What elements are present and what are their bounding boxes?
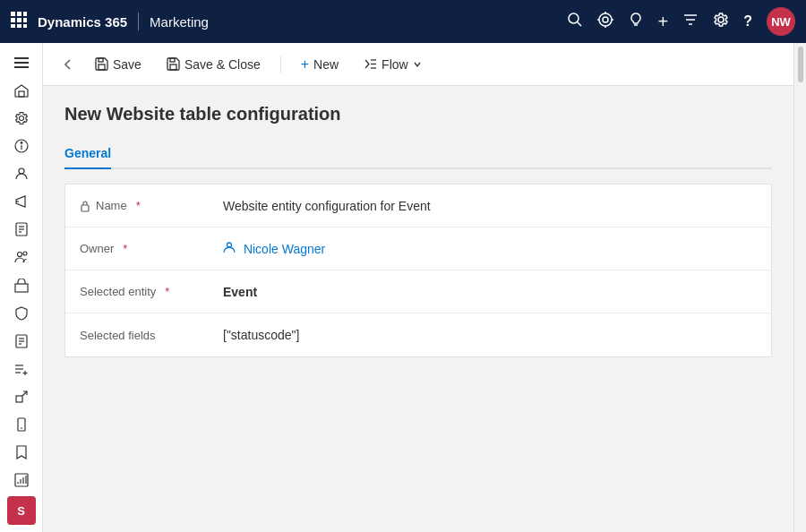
required-indicator: * (165, 285, 169, 298)
svg-rect-3 (11, 18, 15, 22)
required-indicator: * (123, 242, 127, 255)
svg-rect-2 (23, 12, 27, 16)
sidebar-item-export[interactable] (4, 385, 39, 409)
tab-navigation: General (64, 139, 772, 169)
sidebar: S (0, 43, 43, 532)
svg-rect-5 (23, 18, 27, 22)
svg-point-36 (23, 252, 27, 255)
sidebar-item-menu[interactable] (4, 50, 39, 74)
sidebar-item-mobile[interactable] (4, 413, 39, 437)
flow-icon (364, 57, 377, 71)
sidebar-user-avatar[interactable]: S (7, 496, 36, 525)
owner-label: Owner * (80, 242, 223, 255)
svg-point-12 (603, 17, 608, 22)
svg-rect-8 (23, 24, 27, 28)
name-value[interactable]: Website entity configuration for Event (223, 199, 757, 213)
form-row-owner: Owner * Nicole Wagner (65, 227, 771, 270)
selected-fields-label: Selected fields (80, 329, 223, 342)
target-icon[interactable] (597, 12, 613, 32)
svg-point-11 (599, 13, 612, 26)
svg-point-21 (718, 17, 724, 22)
svg-point-35 (17, 253, 21, 257)
filter-icon[interactable] (682, 12, 699, 32)
svg-rect-58 (170, 58, 175, 62)
svg-point-30 (19, 168, 24, 174)
back-button[interactable] (57, 54, 79, 75)
svg-rect-23 (14, 62, 29, 64)
page-content: New Website table configuration General … (43, 86, 793, 532)
waffle-icon[interactable] (11, 12, 27, 32)
sidebar-item-documents[interactable] (4, 329, 39, 353)
sidebar-item-reports[interactable] (4, 468, 39, 493)
sidebar-item-list-add[interactable] (4, 356, 39, 381)
sidebar-item-home[interactable] (4, 78, 39, 102)
save-button[interactable]: Save (86, 52, 150, 77)
selected-fields-value[interactable]: ["statuscode"] (223, 328, 757, 342)
svg-rect-0 (11, 12, 15, 16)
bulb-icon[interactable] (628, 12, 644, 32)
svg-line-10 (577, 21, 581, 26)
sidebar-item-info[interactable] (4, 133, 39, 158)
svg-rect-4 (17, 18, 21, 22)
svg-rect-57 (170, 64, 176, 70)
search-icon[interactable] (567, 12, 583, 32)
svg-point-63 (227, 243, 232, 247)
name-label: Name * (80, 199, 223, 212)
new-plus-icon: + (301, 56, 309, 73)
owner-value[interactable]: Nicole Wagner (223, 241, 757, 256)
scrollbar[interactable] (793, 43, 806, 532)
svg-rect-56 (99, 58, 103, 62)
sidebar-item-accounts[interactable] (4, 273, 39, 297)
scroll-thumb[interactable] (798, 47, 803, 82)
sidebar-item-marketing[interactable] (4, 190, 39, 214)
selected-entity-label: Selected entity * (80, 285, 223, 298)
top-navigation: Dynamics 365 Marketing + (0, 0, 806, 43)
svg-rect-47 (16, 396, 22, 402)
new-button[interactable]: + New (292, 51, 347, 78)
sidebar-item-security[interactable] (4, 301, 39, 325)
tab-general[interactable]: General (64, 139, 111, 169)
svg-rect-24 (14, 66, 29, 68)
svg-rect-62 (81, 205, 89, 211)
lock-icon (80, 200, 90, 212)
content-area: Save Save & Close + New Flow New Website… (43, 43, 793, 532)
toolbar: Save Save & Close + New Flow (43, 43, 793, 86)
app-title: Dynamics 365 (38, 14, 127, 30)
flow-button[interactable]: Flow (355, 52, 431, 77)
person-icon (223, 242, 239, 256)
svg-rect-6 (11, 24, 15, 28)
form-card: Name * Website entity configuration for … (64, 184, 772, 357)
sidebar-item-people[interactable] (4, 245, 39, 270)
page-title: New Website table configuration (64, 104, 772, 124)
svg-rect-48 (18, 418, 25, 431)
required-indicator: * (136, 199, 141, 212)
sidebar-item-bookmark[interactable] (4, 441, 39, 465)
toolbar-separator (280, 56, 281, 73)
selected-entity-value[interactable]: Event (223, 285, 757, 299)
svg-rect-37 (15, 284, 28, 292)
settings-icon[interactable] (713, 12, 729, 32)
add-icon[interactable]: + (658, 13, 669, 30)
save-close-button[interactable]: Save & Close (158, 52, 270, 77)
user-avatar[interactable]: NW (767, 7, 795, 36)
sidebar-item-settings[interactable] (4, 106, 39, 130)
flow-dropdown-icon (413, 60, 422, 69)
svg-rect-7 (17, 24, 21, 28)
sidebar-item-contact[interactable] (4, 162, 39, 186)
svg-point-29 (21, 142, 22, 144)
sidebar-item-forms[interactable] (4, 218, 39, 242)
svg-point-26 (19, 116, 23, 120)
form-row-selected-entity: Selected entity * Event (65, 270, 771, 313)
svg-point-9 (569, 13, 579, 23)
help-icon[interactable]: ? (743, 13, 752, 30)
save-icon (95, 57, 108, 71)
form-row-selected-fields: Selected fields ["statuscode"] (65, 313, 771, 356)
form-row-name: Name * Website entity configuration for … (65, 184, 771, 227)
svg-rect-25 (19, 91, 24, 97)
svg-rect-22 (14, 57, 29, 59)
svg-rect-1 (17, 12, 21, 16)
module-title: Marketing (150, 14, 209, 30)
svg-rect-55 (99, 64, 105, 70)
nav-divider (138, 13, 139, 30)
save-close-icon (167, 57, 180, 71)
